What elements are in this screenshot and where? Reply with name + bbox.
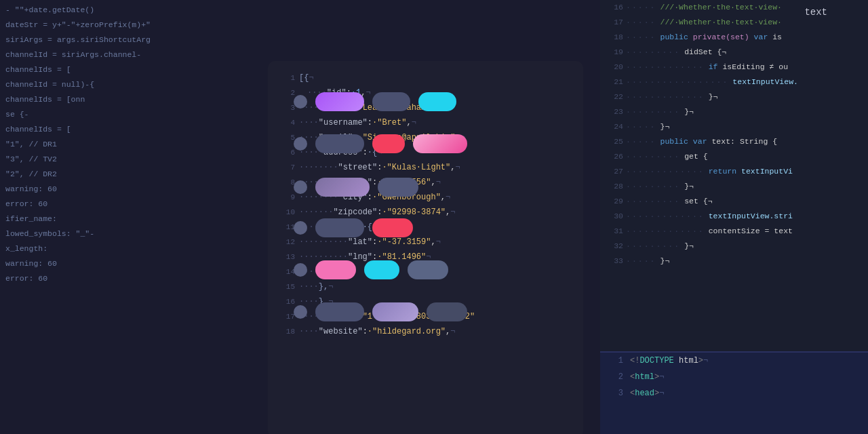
- html-line-2: 2 <html>¬: [600, 369, 868, 385]
- json-line-5: 5····"email":·"Sincere@april.biz",¬: [280, 130, 583, 145]
- right-line-17: 17·····///·Whether·the·text·view·: [600, 15, 868, 30]
- json-line-11: 11·······"geo":·{¬: [280, 220, 583, 235]
- left-line-8: se {-: [0, 107, 264, 122]
- left-line-9: channelIds = [: [0, 122, 264, 137]
- html-code-panel: 1 <!DOCTYPE html>¬ 2 <html>¬ 3 <head>¬: [600, 353, 868, 434]
- right-line-28: 28·········}¬: [600, 179, 868, 194]
- left-line-2: dateStr = y+"-"+zeroPrefix(m)+": [0, 18, 264, 33]
- left-code-panel: - ""+date.getDate() dateStr = y+"-"+zero…: [0, 0, 264, 434]
- right-line-30: 30·············textInputView.stri: [600, 209, 868, 224]
- right-code-panel: 16·····///·Whether·the·text·view· 17····…: [600, 0, 868, 353]
- left-line-16: lowed_symbols: "_"-: [0, 226, 264, 241]
- json-line-4: 4····"username":·"Bret",¬: [280, 115, 583, 130]
- right-line-16: 16·····///·Whether·the·text·view·: [600, 0, 868, 15]
- right-line-24: 24·····}¬: [600, 119, 868, 134]
- right-line-26: 26·········get {: [600, 149, 868, 164]
- left-line-18: warning: 60: [0, 256, 264, 271]
- json-line-17: 17····"phone":·"1-770-736-8031·x56442": [280, 309, 583, 324]
- json-line-16: 16····},¬: [280, 294, 583, 309]
- left-line-3: siriArgs = args.siriShortcutArg: [0, 33, 264, 47]
- right-line-33: 33·····}¬: [600, 254, 868, 269]
- right-line-29: 29·········set {¬: [600, 194, 868, 209]
- right-line-27: 27·············return textInputVi: [600, 164, 868, 179]
- left-line-13: warning: 60: [0, 182, 264, 197]
- json-line-9: 9········"city":·"Gwenborough",¬: [280, 190, 583, 205]
- right-line-23: 23·········}¬: [600, 104, 868, 119]
- json-line-6: 6····"address":·{¬: [280, 145, 583, 160]
- html-line-1: 1 <!DOCTYPE html>¬: [600, 353, 868, 369]
- json-panel: 1[{¬ 2····"id":·1,¬ 3····"name":·"Leanne…: [268, 61, 583, 434]
- json-line-15: 15····},¬: [280, 279, 583, 294]
- left-line-1: - ""+date.getDate(): [0, 3, 264, 18]
- right-line-22: 22·············}¬: [600, 90, 868, 104]
- json-line-8: 8········"suite":·"Apt.·556",¬: [280, 175, 583, 190]
- left-line-14: error: 60: [0, 197, 264, 212]
- left-line-4: channelId = siriArgs.channel-: [0, 47, 264, 62]
- left-line-6: channelId = null)-{: [0, 77, 264, 92]
- right-line-31: 31·············contentSize = text: [600, 224, 868, 239]
- right-line-20: 20·············if isEditing ≠ ou: [600, 60, 868, 75]
- right-line-32: 32·········}¬: [600, 239, 868, 254]
- json-line-18: 18····"website":·"hildegard.org",¬: [280, 324, 583, 339]
- json-line-10: 10·······"zipcode":·"92998-3874",¬: [280, 205, 583, 220]
- right-line-21: 21·················textInputView.: [600, 75, 868, 90]
- left-line-11: "3", // TV2: [0, 152, 264, 167]
- left-line-7: channelIds = [onn: [0, 92, 264, 107]
- left-line-5: channelIds = [: [0, 62, 264, 77]
- right-line-25: 25·····public var text: String {: [600, 134, 868, 149]
- right-line-19: 19·········didSet {¬: [600, 45, 868, 60]
- json-line-12: 12··········"lat":·"-37.3159",¬: [280, 235, 583, 250]
- left-line-12: "2", // DR2: [0, 167, 264, 182]
- json-line-7: 7········"street":·"Kulas·Light",¬: [280, 160, 583, 175]
- json-line-13: 13··········"lng":·"81.1496"¬: [280, 250, 583, 264]
- json-line-2: 2····"id":·1,¬: [280, 85, 583, 100]
- left-line-19: error: 60: [0, 271, 264, 286]
- json-line-3: 3····"name":·"Leanne·Graham",¬: [280, 100, 583, 115]
- right-line-18: 18·····public private(set) var is: [600, 30, 868, 45]
- text-badge: text: [804, 7, 827, 18]
- json-line-1: 1[{¬: [280, 71, 583, 85]
- html-line-3: 3 <head>¬: [600, 385, 868, 401]
- left-line-10: "1", // DR1: [0, 137, 264, 152]
- left-line-17: x_length:: [0, 241, 264, 256]
- left-line-15: ifier_name:: [0, 212, 264, 226]
- json-line-14: 14·······}·: [280, 264, 583, 279]
